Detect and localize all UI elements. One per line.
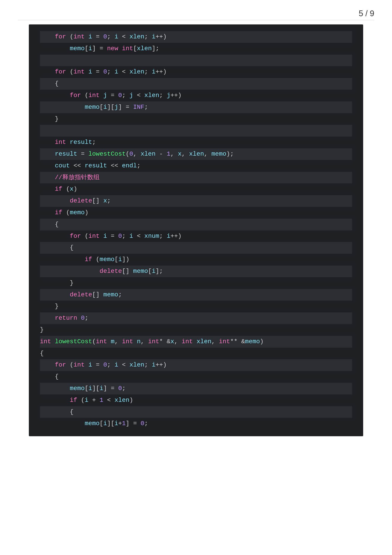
code-line: if (i + 1 < xlen) bbox=[40, 394, 352, 406]
code-line: return 0; bbox=[40, 312, 352, 324]
code-line: { bbox=[40, 78, 352, 90]
code-line: memo[i][i] = 0; bbox=[40, 383, 352, 394]
code-line: { bbox=[40, 348, 352, 359]
code-line: } bbox=[40, 324, 352, 336]
code-content: for (int i = 0; i < xlen; i++) memo[i] =… bbox=[29, 24, 363, 436]
code-line: delete[] x; bbox=[40, 195, 352, 207]
code-line: delete[] memo[i]; bbox=[40, 265, 352, 277]
code-line: cout << result << endl; bbox=[40, 160, 352, 172]
code-line bbox=[40, 125, 352, 137]
code-line: { bbox=[40, 219, 352, 230]
code-line: delete[] memo; bbox=[40, 289, 352, 301]
code-line: { bbox=[40, 242, 352, 254]
code-line: if (memo[i]) bbox=[40, 254, 352, 265]
divider-line bbox=[18, 20, 374, 20]
code-line: { bbox=[40, 406, 352, 418]
code-line: memo[i][i+1] = 0; bbox=[40, 418, 352, 430]
code-line: for (int i = 0; i < xnum; i++) bbox=[40, 230, 352, 242]
code-line: memo[i][j] = INF; bbox=[40, 102, 352, 113]
code-block: for (int i = 0; i < xlen; i++) memo[i] =… bbox=[29, 24, 363, 436]
code-line: result = lowestCost(0, xlen - 1, x, xlen… bbox=[40, 148, 352, 160]
code-line: for (int i = 0; i < xlen; i++) bbox=[40, 359, 352, 371]
code-line: if (x) bbox=[40, 183, 352, 195]
code-line: } bbox=[40, 277, 352, 289]
code-line: memo[i] = new int[xlen]; bbox=[40, 43, 352, 55]
code-line: if (memo) bbox=[40, 207, 352, 219]
code-line: int result; bbox=[40, 137, 352, 148]
code-line: } bbox=[40, 301, 352, 312]
code-line: } bbox=[40, 113, 352, 125]
code-line: for (int j = 0; j < xlen; j++) bbox=[40, 90, 352, 102]
page-container: 5 / 9 for (int i = 0; i < xlen; i++) mem… bbox=[0, 0, 392, 555]
code-line: for (int i = 0; i < xlen; i++) bbox=[40, 31, 352, 43]
page-number: 5 / 9 bbox=[359, 9, 374, 18]
code-line: for (int i = 0; i < xlen; i++) bbox=[40, 66, 352, 78]
code-line: int lowestCost(int m, int n, int* &x, in… bbox=[40, 336, 352, 348]
code-line: { bbox=[40, 371, 352, 383]
code-line bbox=[40, 55, 352, 66]
code-line: //释放指针数组 bbox=[40, 172, 352, 184]
